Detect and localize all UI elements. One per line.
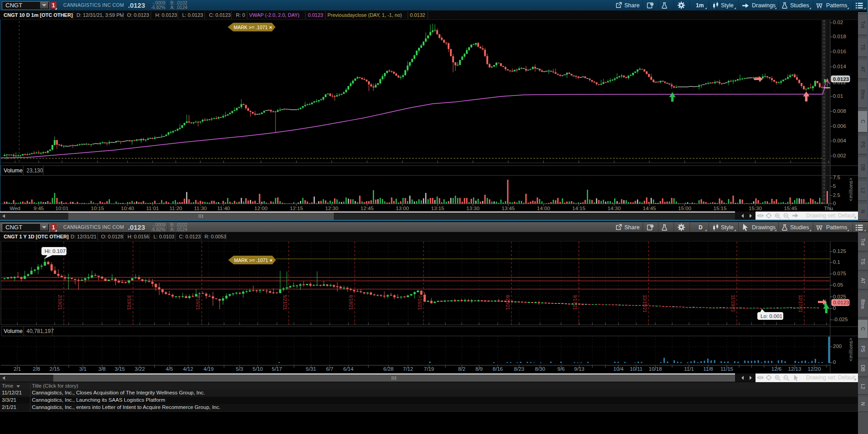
svg-text:×: ×	[270, 257, 272, 263]
svg-text:Hi: 0.107: Hi: 0.107	[45, 248, 66, 254]
svg-text:0.0123: 0.0123	[833, 300, 849, 305]
svg-text:0.0123: 0.0123	[833, 76, 849, 82]
svg-text:×: ×	[269, 25, 272, 30]
svg-text:Lo: 0.001: Lo: 0.001	[761, 313, 782, 319]
svg-text:MARK >= .1071: MARK >= .1071	[234, 257, 268, 263]
svg-text:MARK >= .1071: MARK >= .1071	[234, 25, 268, 30]
